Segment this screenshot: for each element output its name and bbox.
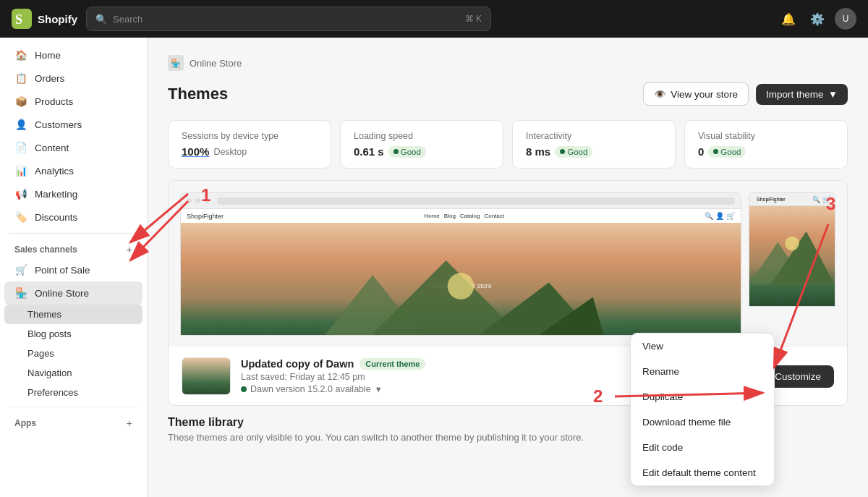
apps-label: Apps xyxy=(14,418,36,428)
sidebar-sub-themes[interactable]: Themes xyxy=(4,305,142,324)
badge-label-stability: Good xyxy=(720,148,741,156)
sidebar-item-content[interactable]: 📄 Content xyxy=(4,136,142,159)
stat-card-stability: Visual stability 0 Good xyxy=(684,120,848,169)
brand-name: shopify xyxy=(38,13,77,25)
search-icon: 🔍 xyxy=(95,14,107,25)
page-header: Themes 👁️ View your store Import theme ▼ xyxy=(168,82,848,106)
brand-logo[interactable]: S shopify xyxy=(12,9,77,29)
sidebar-item-customers[interactable]: 👤 Customers xyxy=(4,113,142,136)
version-chevron: ▼ xyxy=(375,385,383,394)
svg-point-9 xyxy=(785,237,799,251)
sidebar-sub-pages[interactable]: Pages xyxy=(4,344,142,363)
sidebar-item-online-store[interactable]: 🏪 Online Store xyxy=(4,281,142,305)
stat-card-sessions: Sessions by device type 100% Desktop xyxy=(168,120,331,169)
stat-stability-badge: Good xyxy=(708,146,746,158)
dropdown-item-duplicate[interactable]: Duplicate xyxy=(631,384,774,409)
import-theme-button[interactable]: Import theme ▼ xyxy=(756,84,848,105)
version-dot xyxy=(241,386,247,392)
discounts-icon: 🏷️ xyxy=(14,211,27,224)
content-area: 🏪 Online Store Themes 👁️ View your store… xyxy=(148,38,868,497)
sidebar-label-pos: Point of Sale xyxy=(35,265,90,276)
stat-value-stability: 0 Good xyxy=(698,145,834,158)
preview-site-header: ShopiFighter HomeBlogCatalogContact 🔍 👤 … xyxy=(181,209,741,223)
theme-preview: ShopiFighter HomeBlogCatalogContact 🔍 👤 … xyxy=(169,181,847,347)
sidebar-item-analytics[interactable]: 📊 Analytics xyxy=(4,159,142,182)
sidebar-divider-1 xyxy=(9,233,138,234)
stat-label-sessions: Sessions by device type xyxy=(182,131,318,141)
stat-sessions-pct: 100% xyxy=(182,145,209,158)
apps-expand[interactable]: + xyxy=(127,417,132,429)
sidebar-label-discounts: Discounts xyxy=(35,212,77,223)
products-icon: 📦 xyxy=(14,95,27,108)
dropdown-item-edit-code[interactable]: Edit code xyxy=(631,435,774,460)
chevron-down-icon: ▼ xyxy=(828,89,838,100)
mobile-icons: 🔍 🛒 xyxy=(812,196,830,203)
sidebar-sub-preferences[interactable]: Preferences xyxy=(4,383,142,402)
view-store-button[interactable]: 👁️ View your store xyxy=(643,82,749,106)
breadcrumb: 🏪 Online Store xyxy=(168,55,848,71)
main-layout: 🏠 Home 📋 Orders 📦 Products 👤 Customers 📄… xyxy=(0,38,868,497)
stat-card-interactivity: Interactivity 8 ms Good xyxy=(512,120,676,169)
sidebar: 🏠 Home 📋 Orders 📦 Products 👤 Customers 📄… xyxy=(0,38,148,497)
stat-card-loading: Loading speed 0.61 s Good xyxy=(340,120,503,169)
stat-interactivity-badge: Good xyxy=(555,146,592,158)
dropdown-item-download[interactable]: Download theme file xyxy=(631,409,774,435)
sidebar-item-home[interactable]: 🏠 Home xyxy=(4,43,142,67)
view-store-label: View your store xyxy=(671,89,738,100)
preview-mobile-scene xyxy=(749,206,835,306)
sales-channels-expand[interactable]: + xyxy=(127,244,132,255)
page-title: Themes xyxy=(168,85,228,103)
mobile-site-name: ShopiFighter xyxy=(757,197,786,202)
breadcrumb-store-name: Online Store xyxy=(190,58,242,69)
sidebar-sub-navigation[interactable]: Navigation xyxy=(4,363,142,383)
search-shortcut: ⌘ K xyxy=(465,14,482,24)
topbar-actions: 🔔 ⚙️ U xyxy=(777,7,856,30)
sidebar-divider-2 xyxy=(9,407,138,407)
sidebar-item-discounts[interactable]: 🏷️ Discounts xyxy=(4,205,142,229)
sidebar-item-products[interactable]: 📦 Products xyxy=(4,90,142,113)
url-bar xyxy=(217,197,735,205)
theme-card: ShopiFighter HomeBlogCatalogContact 🔍 👤 … xyxy=(168,180,848,406)
preview-desktop-scene: Welcome to our store xyxy=(181,223,741,336)
mountain-svg xyxy=(181,260,741,336)
preview-mobile-bar: ShopiFighter 🔍 🛒 xyxy=(749,193,835,206)
stat-interactivity-val: 8 ms xyxy=(526,145,550,158)
home-icon: 🏠 xyxy=(14,48,27,61)
svg-text:S: S xyxy=(15,12,22,27)
stat-sessions-suffix: Desktop xyxy=(213,147,247,157)
sidebar-sub-blog-posts[interactable]: Blog posts xyxy=(4,324,142,344)
theme-thumbnail xyxy=(182,357,231,395)
sidebar-item-pos[interactable]: 🛒 Point of Sale xyxy=(4,258,142,281)
sidebar-label-marketing: Marketing xyxy=(35,189,77,200)
badge-dot-interactivity xyxy=(560,149,565,154)
import-theme-label: Import theme xyxy=(766,89,824,100)
customers-icon: 👤 xyxy=(14,118,27,131)
sidebar-label-pages: Pages xyxy=(27,348,54,359)
sidebar-label-online-store: Online Store xyxy=(35,288,89,299)
eye-icon: 👁️ xyxy=(654,88,666,100)
sidebar-label-content: Content xyxy=(35,143,69,153)
preview-desktop: ShopiFighter HomeBlogCatalogContact 🔍 👤 … xyxy=(180,192,741,336)
dropdown-item-view[interactable]: View xyxy=(631,334,774,359)
pos-icon: 🛒 xyxy=(14,263,27,276)
sidebar-item-marketing[interactable]: 📢 Marketing xyxy=(4,182,142,205)
search-bar[interactable]: 🔍 Search ⌘ K xyxy=(86,7,491,31)
sidebar-label-orders: Orders xyxy=(35,73,64,84)
stat-loading-val: 0.61 s xyxy=(354,145,384,158)
preview-mobile: ShopiFighter 🔍 🛒 xyxy=(749,192,835,307)
mobile-mountain-svg xyxy=(749,206,835,306)
dropdown-item-rename[interactable]: Rename xyxy=(631,359,774,384)
stat-label-interactivity: Interactivity xyxy=(526,131,662,141)
sidebar-label-preferences: Preferences xyxy=(27,387,78,398)
notification-icon[interactable]: 🔔 xyxy=(777,7,800,30)
page-actions: 👁️ View your store Import theme ▼ xyxy=(643,82,848,106)
stat-value-sessions: 100% Desktop xyxy=(182,145,318,158)
dropdown-item-edit-default[interactable]: Edit default theme content xyxy=(631,460,774,485)
avatar[interactable]: U xyxy=(835,8,856,30)
badge-dot-loading xyxy=(393,149,399,154)
settings-icon[interactable]: ⚙️ xyxy=(806,7,829,30)
sidebar-item-orders[interactable]: 📋 Orders xyxy=(4,67,142,90)
badge-label-loading: Good xyxy=(401,148,421,156)
topbar: S shopify 🔍 Search ⌘ K 🔔 ⚙️ U xyxy=(0,0,868,38)
stat-value-interactivity: 8 ms Good xyxy=(526,145,662,158)
